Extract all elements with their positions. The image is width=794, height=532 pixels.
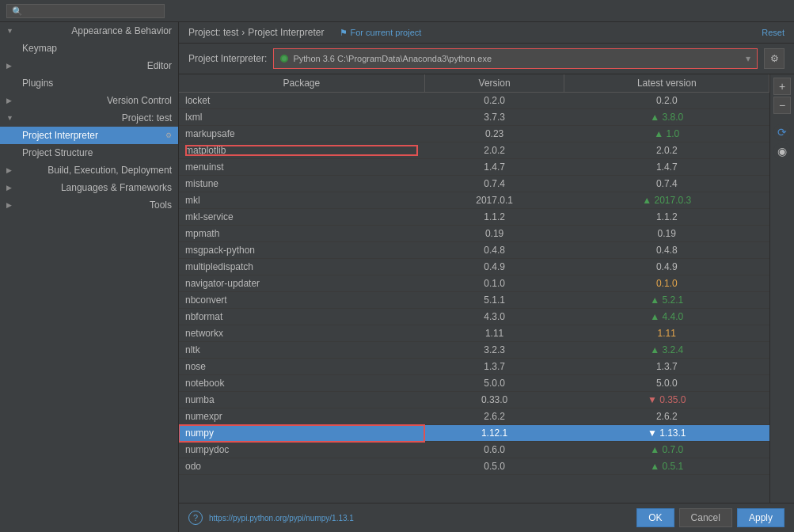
bottom-left: ? https://pypi.python.org/pypi/numpy/1.1… xyxy=(188,511,354,525)
table-row[interactable]: numba 0.33.0 ▼ 0.35.0 xyxy=(179,392,769,408)
package-latest: ▲ 0.5.1 xyxy=(564,458,769,475)
package-version: 3.7.3 xyxy=(424,109,564,126)
table-row[interactable]: notebook 5.0.0 5.0.0 xyxy=(179,375,769,392)
sidebar-item-version-control[interactable]: ▶Version Control xyxy=(0,92,178,109)
package-latest: 0.4.8 xyxy=(564,242,769,259)
table-row[interactable]: msgpack-python 0.4.8 0.4.8 xyxy=(179,242,769,259)
interpreter-select[interactable]: Python 3.6 C:\ProgramData\Anaconda3\pyth… xyxy=(273,48,758,69)
package-version: 1.1.2 xyxy=(424,209,564,226)
package-version: 0.2.0 xyxy=(424,93,564,109)
table-row[interactable]: nltk 3.2.3 ▲ 3.2.4 xyxy=(179,342,769,359)
sidebar-item-plugins[interactable]: Plugins xyxy=(0,74,178,92)
package-latest: 1.1.2 xyxy=(564,209,769,226)
arrow-icon: ▶ xyxy=(6,184,12,192)
table-row[interactable]: numpydoc 0.6.0 ▲ 0.7.0 xyxy=(179,442,769,458)
package-version: 0.5.0 xyxy=(424,458,564,475)
package-name: networkx xyxy=(179,325,424,342)
table-row[interactable]: networkx 1.11 1.11 xyxy=(179,325,769,342)
table-row[interactable]: markupsafe 0.23 ▲ 1.0 xyxy=(179,126,769,142)
package-latest: ▲ 3.8.0 xyxy=(564,109,769,126)
sidebar-item-project-interpreter[interactable]: Project Interpreter⚙ xyxy=(0,127,178,144)
package-name: numpydoc xyxy=(179,442,424,458)
sidebar-item-label: Version Control xyxy=(107,95,172,106)
package-latest: 1.11 xyxy=(564,325,769,342)
package-name: mkl-service xyxy=(179,209,424,226)
table-row[interactable]: nbformat 4.3.0 ▲ 4.4.0 xyxy=(179,309,769,325)
table-row[interactable]: numpy 1.12.1 ▼ 1.13.1 xyxy=(179,425,769,442)
interpreter-dropdown-arrow: ▾ xyxy=(746,53,750,64)
package-name: nltk xyxy=(179,342,424,359)
package-version: 5.1.1 xyxy=(424,292,564,309)
package-name: mpmath xyxy=(179,226,424,242)
package-latest: ▲ 1.0 xyxy=(564,126,769,142)
package-version: 1.11 xyxy=(424,325,564,342)
table-row[interactable]: mkl-service 1.1.2 1.1.2 xyxy=(179,209,769,226)
breadcrumb-separator: › xyxy=(241,27,245,38)
package-latest: 1.3.7 xyxy=(564,359,769,375)
table-row[interactable]: nose 1.3.7 1.3.7 xyxy=(179,359,769,375)
arrow-icon: ▶ xyxy=(6,62,12,70)
table-row[interactable]: locket 0.2.0 0.2.0 xyxy=(179,93,769,109)
table-row[interactable]: mkl 2017.0.1 ▲ 2017.0.3 xyxy=(179,192,769,209)
package-version: 0.33.0 xyxy=(424,392,564,408)
sidebar-item-appearance[interactable]: ▼Appearance & Behavior xyxy=(0,22,178,40)
interpreter-settings-gear[interactable]: ⚙ xyxy=(764,48,785,69)
package-version: 1.12.1 xyxy=(424,425,564,442)
package-version: 1.4.7 xyxy=(424,159,564,176)
arrow-icon: ▼ xyxy=(6,27,13,35)
table-row[interactable]: menuinst 1.4.7 1.4.7 xyxy=(179,159,769,176)
interpreter-label: Project Interpreter: xyxy=(188,53,267,64)
main-content: ▼Appearance & BehaviorKeymap▶EditorPlugi… xyxy=(0,22,794,532)
package-version: 0.1.0 xyxy=(424,276,564,292)
table-row[interactable]: lxml 3.7.3 ▲ 3.8.0 xyxy=(179,109,769,126)
cancel-button[interactable]: Cancel xyxy=(679,508,732,527)
sidebar-item-build-execution[interactable]: ▶Build, Execution, Deployment xyxy=(0,162,178,179)
table-row[interactable]: numexpr 2.6.2 2.6.2 xyxy=(179,408,769,425)
col-latest: Latest version xyxy=(564,74,769,93)
table-row[interactable]: mistune 0.7.4 0.7.4 xyxy=(179,176,769,192)
arrow-icon: ▶ xyxy=(6,166,12,174)
help-button[interactable]: ? xyxy=(188,511,203,525)
right-panel: Project: test › Project Interpreter ⚑ Fo… xyxy=(179,22,794,532)
col-package: Package xyxy=(179,74,424,93)
refresh-button[interactable]: ⟳ xyxy=(773,124,791,141)
package-latest: ▲ 5.2.1 xyxy=(564,292,769,309)
table-row[interactable]: navigator-updater 0.1.0 0.1.0 xyxy=(179,276,769,292)
ok-button[interactable]: OK xyxy=(636,508,674,527)
package-version: 0.4.8 xyxy=(424,242,564,259)
table-row[interactable]: odo 0.5.0 ▲ 0.5.1 xyxy=(179,458,769,475)
sidebar-item-project-test[interactable]: ▼Project: test xyxy=(0,109,178,127)
sidebar-item-tools[interactable]: ▶Tools xyxy=(0,196,178,214)
apply-button[interactable]: Apply xyxy=(737,508,785,527)
package-name: numba xyxy=(179,392,424,408)
package-version: 5.0.0 xyxy=(424,375,564,392)
package-version: 0.7.4 xyxy=(424,176,564,192)
sidebar-item-label: Project Structure xyxy=(22,147,93,158)
add-package-button[interactable]: + xyxy=(773,78,791,95)
package-name: msgpack-python xyxy=(179,242,424,259)
sidebar-item-label: Editor xyxy=(147,60,172,71)
interpreter-status-dot xyxy=(280,55,288,63)
table-row[interactable]: matplotlib 2.0.2 2.0.2 xyxy=(179,142,769,159)
top-search-bar xyxy=(0,0,794,22)
package-name: notebook xyxy=(179,375,424,392)
sidebar-item-label: Project: test xyxy=(122,112,172,124)
reset-link[interactable]: Reset xyxy=(762,28,785,37)
package-latest: 2.6.2 xyxy=(564,408,769,425)
search-input[interactable] xyxy=(6,4,165,18)
table-row[interactable]: multipledispatch 0.4.9 0.4.9 xyxy=(179,259,769,276)
table-row[interactable]: nbconvert 5.1.1 ▲ 5.2.1 xyxy=(179,292,769,309)
table-row[interactable]: mpmath 0.19 0.19 xyxy=(179,226,769,242)
sidebar-item-editor[interactable]: ▶Editor xyxy=(0,57,178,74)
sidebar-item-project-structure[interactable]: Project Structure xyxy=(0,144,178,162)
package-latest: 0.19 xyxy=(564,226,769,242)
table-area: Package Version Latest version locket 0.… xyxy=(179,74,794,503)
show-early-releases-button[interactable]: ◉ xyxy=(773,142,791,160)
package-latest: ▼ 0.35.0 xyxy=(564,392,769,408)
package-name: navigator-updater xyxy=(179,276,424,292)
remove-package-button[interactable]: − xyxy=(773,97,791,114)
sidebar-item-languages-frameworks[interactable]: ▶Languages & Frameworks xyxy=(0,179,178,196)
sidebar-item-keymap[interactable]: Keymap xyxy=(0,40,178,57)
package-latest: ▲ 0.7.0 xyxy=(564,442,769,458)
package-name: nose xyxy=(179,359,424,375)
